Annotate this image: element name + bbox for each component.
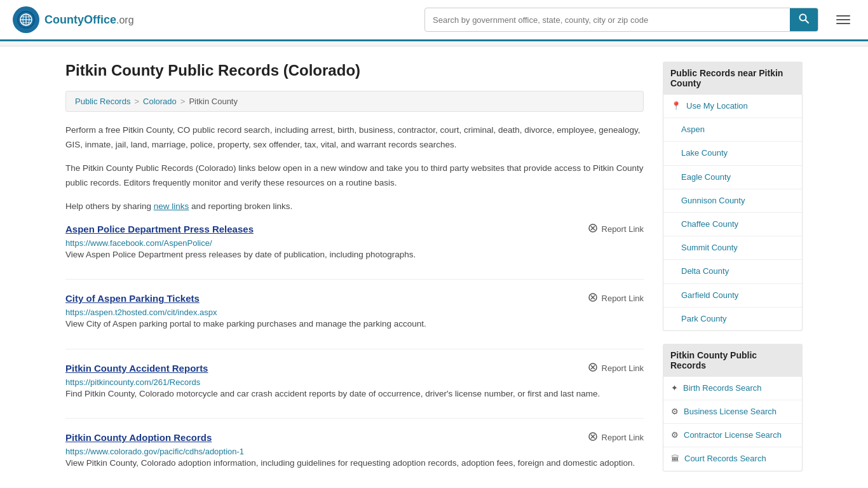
intro-para-2: The Pitkin County Public Records (Colora… xyxy=(65,161,644,191)
main-container: Pitkin County Public Records (Colorado) … xyxy=(53,46,815,488)
public-record-link[interactable]: 🏛Court Records Search xyxy=(663,447,802,470)
public-records-heading: Pitkin County Public Records xyxy=(663,344,803,377)
nearby-heading: Public Records near Pitkin County xyxy=(663,62,803,95)
report-link[interactable]: Report Link xyxy=(588,223,644,235)
record-header: City of Aspen Parking Tickets Report Lin… xyxy=(65,292,644,304)
new-links-link[interactable]: new links xyxy=(154,201,189,211)
report-icon xyxy=(588,431,598,444)
nearby-link[interactable]: Summit County xyxy=(663,236,802,259)
record-title-link[interactable]: City of Aspen Parking Tickets xyxy=(65,293,200,304)
record-title-link[interactable]: Pitkin County Accident Reports xyxy=(65,363,208,374)
public-record-link[interactable]: ⚙Contractor License Search xyxy=(663,424,802,447)
list-dot-icon xyxy=(671,222,676,227)
nearby-list-item: Eagle County xyxy=(663,166,802,189)
nearby-link[interactable]: Aspen xyxy=(663,118,802,141)
nearby-list-item: Park County xyxy=(663,308,802,330)
menu-line-2 xyxy=(836,19,850,20)
record-title-link[interactable]: Pitkin County Adoption Records xyxy=(65,432,212,443)
intro-para-3: Help others by sharing new links and rep… xyxy=(65,200,644,214)
list-dot-icon xyxy=(671,245,676,250)
breadcrumb-colorado[interactable]: Colorado xyxy=(143,97,177,106)
menu-line-1 xyxy=(836,15,850,17)
search-button[interactable] xyxy=(790,8,818,31)
record-url[interactable]: https://www.facebook.com/AspenPolice/ xyxy=(65,238,212,248)
report-link-text: Report Link xyxy=(602,433,644,442)
intro-para-3-after: and reporting broken links. xyxy=(189,201,292,211)
list-dot-icon xyxy=(671,293,676,298)
record-header: Pitkin County Adoption Records Report Li… xyxy=(65,431,644,444)
nearby-link[interactable]: Delta County xyxy=(663,260,802,283)
nearby-section: Public Records near Pitkin County 📍Use M… xyxy=(663,62,803,331)
record-url[interactable]: https://www.colorado.gov/pacific/cdhs/ad… xyxy=(65,447,244,456)
public-record-list-item: ⚙Contractor License Search xyxy=(663,424,802,447)
court-icon: 🏛 xyxy=(671,453,679,464)
nearby-link[interactable]: Park County xyxy=(663,308,802,330)
record-title-link[interactable]: Aspen Police Department Press Releases xyxy=(65,224,254,234)
public-record-link[interactable]: ⚙Business License Search xyxy=(663,400,802,423)
gear-icon: ⚙ xyxy=(671,430,679,441)
record-header: Aspen Police Department Press Releases R… xyxy=(65,223,644,235)
breadcrumb-sep-2: > xyxy=(180,97,186,106)
page-title: Pitkin County Public Records (Colorado) xyxy=(65,62,644,79)
report-link-text: Report Link xyxy=(602,363,644,373)
location-icon: 📍 xyxy=(671,100,681,112)
birth-icon: ✦ xyxy=(671,383,678,394)
nearby-link[interactable]: 📍Use My Location xyxy=(663,95,802,118)
list-dot-icon xyxy=(671,316,676,322)
record-item: Aspen Police Department Press Releases R… xyxy=(65,223,644,262)
nearby-list-item: Delta County xyxy=(663,260,802,283)
report-link[interactable]: Report Link xyxy=(588,362,644,374)
public-record-list-item: ✦Birth Records Search xyxy=(663,377,802,400)
list-dot-icon xyxy=(671,151,676,156)
nearby-link[interactable]: Eagle County xyxy=(663,166,802,189)
top-nav-bar xyxy=(0,41,868,46)
search-input[interactable] xyxy=(425,10,790,30)
breadcrumb-public-records[interactable]: Public Records xyxy=(75,97,130,106)
public-record-list-item: ⚙Business License Search xyxy=(663,400,802,424)
intro-para-3-before: Help others by sharing xyxy=(65,201,154,211)
report-icon xyxy=(588,362,598,374)
nearby-link[interactable]: Chaffee County xyxy=(663,213,802,236)
search-icon xyxy=(799,13,809,24)
record-desc: View Pitkin County, Colorado adoption in… xyxy=(65,458,635,468)
nearby-link[interactable]: Garfield County xyxy=(663,284,802,307)
sidebar: Public Records near Pitkin County 📍Use M… xyxy=(663,62,803,488)
record-item: Pitkin County Adoption Records Report Li… xyxy=(65,431,644,470)
breadcrumb: Public Records > Colorado > Pitkin Count… xyxy=(65,91,644,112)
nearby-list-item: Lake County xyxy=(663,142,802,165)
main-content: Pitkin County Public Records (Colorado) … xyxy=(65,62,644,488)
nearby-list-item: Summit County xyxy=(663,236,802,260)
records-list: Aspen Police Department Press Releases R… xyxy=(65,223,644,470)
list-dot-icon xyxy=(671,269,676,274)
record-header: Pitkin County Accident Reports Report Li… xyxy=(65,362,644,374)
record-desc: View City of Aspen parking portal to mak… xyxy=(65,319,426,329)
record-item: Pitkin County Accident Reports Report Li… xyxy=(65,362,644,401)
logo-tld: .org xyxy=(116,15,134,25)
nearby-list: 📍Use My LocationAspenLake CountyEagle Co… xyxy=(663,95,803,331)
report-link[interactable]: Report Link xyxy=(588,431,644,444)
nearby-link[interactable]: Lake County xyxy=(663,142,802,165)
search-area xyxy=(424,8,818,32)
logo-icon xyxy=(13,6,39,33)
logo-link[interactable]: CountyOffice.org xyxy=(13,6,134,33)
report-icon xyxy=(588,223,598,235)
report-link[interactable]: Report Link xyxy=(588,292,644,304)
nearby-link[interactable]: Gunnison County xyxy=(663,189,802,212)
list-dot-icon xyxy=(671,175,676,180)
nearby-list-item: Gunnison County xyxy=(663,189,802,213)
record-url[interactable]: https://aspen.t2hosted.com/cit/index.asp… xyxy=(65,308,217,317)
hamburger-menu-button[interactable] xyxy=(831,13,855,27)
gear-icon: ⚙ xyxy=(671,406,679,417)
svg-line-6 xyxy=(806,20,809,24)
list-dot-icon xyxy=(671,127,676,132)
nearby-list-item: Aspen xyxy=(663,118,802,142)
public-record-list-item: 🏛Court Records Search xyxy=(663,447,802,470)
menu-line-3 xyxy=(836,23,850,24)
record-url[interactable]: https://pitkincounty.com/261/Records xyxy=(65,377,200,387)
header: CountyOffice.org xyxy=(0,0,868,41)
breadcrumb-current: Pitkin County xyxy=(189,97,238,106)
record-item: City of Aspen Parking Tickets Report Lin… xyxy=(65,292,644,331)
logo-county: CountyOffice xyxy=(44,13,116,26)
nearby-list-item: 📍Use My Location xyxy=(663,95,802,118)
public-record-link[interactable]: ✦Birth Records Search xyxy=(663,377,802,400)
